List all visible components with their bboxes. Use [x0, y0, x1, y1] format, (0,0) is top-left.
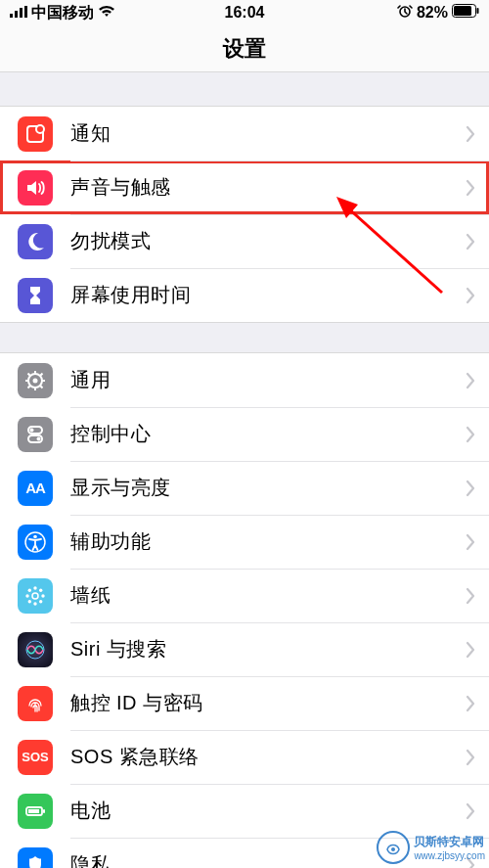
sos-text: SOS	[22, 750, 48, 764]
svg-rect-0	[10, 14, 13, 18]
sounds-icon	[18, 170, 53, 206]
svg-line-19	[40, 373, 42, 375]
row-label: 电池	[70, 798, 466, 824]
chevron-right-icon	[466, 287, 475, 304]
general-icon	[18, 363, 53, 398]
sos-icon: SOS	[18, 740, 53, 775]
svg-rect-2	[20, 8, 22, 18]
svg-point-34	[39, 600, 42, 603]
row-label: Siri 与搜索	[70, 636, 466, 662]
svg-rect-6	[454, 6, 471, 16]
svg-line-18	[28, 386, 30, 388]
row-screen-time[interactable]: 屏幕使用时间	[0, 268, 489, 322]
row-label: 屏幕使用时间	[70, 282, 466, 308]
chevron-right-icon	[466, 372, 475, 389]
svg-point-41	[391, 847, 395, 851]
section-gap	[0, 72, 489, 106]
row-notifications[interactable]: 通知	[0, 107, 489, 160]
svg-rect-7	[477, 8, 479, 14]
watermark-brand: 贝斯特安卓网	[414, 834, 485, 850]
svg-point-23	[37, 436, 41, 440]
privacy-icon	[18, 847, 53, 869]
carrier-label: 中国移动	[31, 3, 94, 23]
svg-rect-1	[15, 11, 18, 18]
watermark: 贝斯特安卓网 www.zjbsyy.com	[377, 831, 485, 864]
chevron-right-icon	[466, 533, 475, 551]
chevron-right-icon	[466, 695, 475, 712]
section-gap	[0, 323, 489, 352]
chevron-right-icon	[466, 125, 475, 143]
svg-point-31	[28, 588, 31, 591]
svg-rect-3	[24, 6, 27, 18]
row-siri-search[interactable]: Siri 与搜索	[0, 622, 489, 676]
svg-rect-37	[43, 809, 45, 813]
svg-point-9	[36, 125, 44, 133]
row-general[interactable]: 通用	[0, 353, 489, 407]
watermark-logo	[377, 831, 410, 864]
dnd-icon	[18, 224, 53, 259]
touchid-icon	[18, 686, 53, 721]
row-touchid-passcode[interactable]: 触控 ID 与密码	[0, 676, 489, 730]
chevron-right-icon	[466, 179, 475, 197]
watermark-url: www.zjbsyy.com	[414, 850, 485, 861]
chevron-right-icon	[466, 802, 475, 820]
settings-group-1: 通知 声音与触感 勿扰模式 屏幕使用时间	[0, 106, 489, 323]
chevron-right-icon	[466, 641, 475, 659]
screen-time-icon	[18, 278, 53, 313]
row-label: 勿扰模式	[70, 228, 466, 254]
svg-point-32	[39, 588, 42, 591]
status-bar: 中国移动 16:04 82%	[0, 0, 489, 25]
chevron-right-icon	[466, 587, 475, 605]
row-control-center[interactable]: 控制中心	[0, 407, 489, 461]
wifi-icon	[98, 4, 115, 22]
svg-point-30	[41, 594, 44, 597]
row-label: 通知	[70, 120, 466, 147]
display-icon: AA	[18, 471, 53, 506]
siri-icon	[18, 632, 53, 667]
row-battery[interactable]: 电池	[0, 784, 489, 838]
row-display-brightness[interactable]: AA 显示与亮度	[0, 461, 489, 515]
svg-point-29	[25, 594, 28, 597]
row-label: 显示与亮度	[70, 475, 466, 501]
status-left: 中国移动	[10, 3, 115, 23]
row-label: 控制中心	[70, 421, 466, 447]
row-label: 声音与触感	[70, 174, 466, 201]
battery-icon	[452, 4, 479, 22]
nav-bar: 设置	[0, 25, 489, 72]
wallpaper-icon	[18, 578, 53, 614]
row-do-not-disturb[interactable]: 勿扰模式	[0, 214, 489, 268]
row-label: SOS 紧急联络	[70, 744, 466, 770]
chevron-right-icon	[466, 426, 475, 443]
row-label: 辅助功能	[70, 528, 466, 555]
row-label: 墙纸	[70, 582, 466, 609]
svg-point-27	[33, 586, 36, 589]
svg-point-25	[33, 534, 37, 538]
row-accessibility[interactable]: 辅助功能	[0, 515, 489, 569]
row-sos[interactable]: SOS SOS 紧急联络	[0, 730, 489, 784]
row-wallpaper[interactable]: 墙纸	[0, 569, 489, 622]
svg-point-33	[28, 600, 31, 603]
row-sounds-haptics[interactable]: 声音与触感	[0, 160, 489, 214]
svg-line-16	[28, 373, 30, 375]
battery-label: 82%	[417, 4, 448, 22]
chevron-right-icon	[466, 749, 475, 766]
chevron-right-icon	[466, 233, 475, 251]
svg-line-17	[40, 386, 42, 388]
status-time: 16:04	[225, 4, 265, 22]
alarm-icon	[397, 3, 413, 23]
battery-row-icon	[18, 794, 53, 829]
accessibility-icon	[18, 525, 53, 560]
page-title: 设置	[223, 34, 266, 64]
svg-rect-38	[28, 809, 39, 813]
svg-point-11	[33, 378, 38, 383]
row-label: 触控 ID 与密码	[70, 690, 466, 716]
row-label: 通用	[70, 367, 466, 393]
signal-icon	[10, 4, 27, 22]
control-center-icon	[18, 417, 53, 452]
status-right: 82%	[397, 3, 479, 23]
svg-point-21	[30, 428, 34, 432]
svg-point-26	[32, 593, 38, 599]
svg-point-28	[33, 602, 36, 605]
settings-group-2: 通用 控制中心 AA 显示与亮度 辅助功能 墙纸 Siri 与搜索	[0, 352, 489, 868]
notifications-icon	[18, 116, 53, 152]
